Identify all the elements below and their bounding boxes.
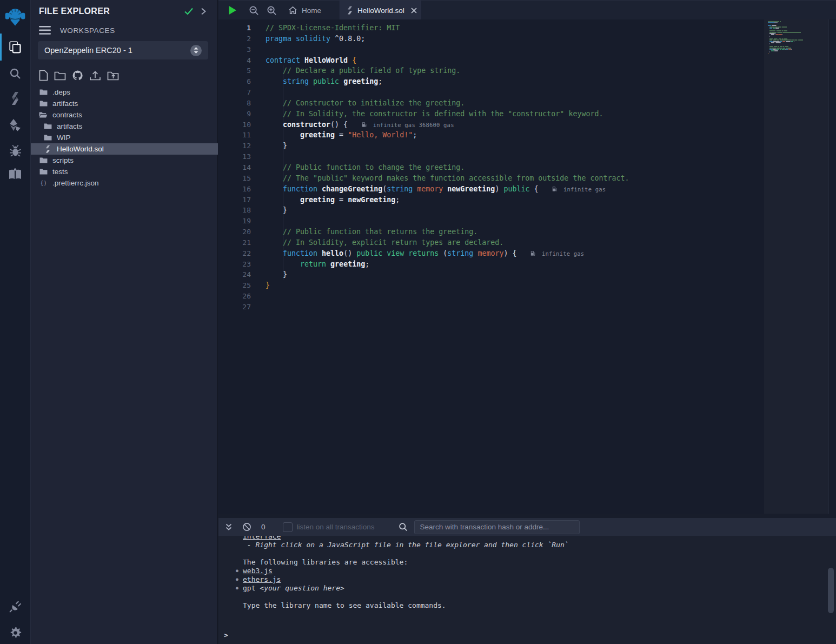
- code-line-15[interactable]: 15 // The "public" keyword makes the fun…: [218, 173, 765, 184]
- line-number: 3: [218, 44, 251, 55]
- code-line-22[interactable]: 22 function hello() public view returns …: [218, 248, 765, 259]
- code-line-8[interactable]: 8 // Constructor to initialize the greet…: [218, 98, 765, 109]
- upload-file-icon[interactable]: [89, 70, 101, 81]
- terminal-panel: 0 listen on all transactions interface -…: [218, 514, 836, 644]
- terminal-collapse-icon[interactable]: [225, 523, 233, 531]
- line-number: 26: [218, 291, 251, 302]
- tree-item-label: .prettierrc.json: [52, 179, 99, 187]
- new-file-icon[interactable]: [39, 70, 48, 81]
- code-line-6[interactable]: 6 string public greeting;: [218, 76, 765, 87]
- code-line-20[interactable]: 20 // Public function that returns the g…: [218, 227, 765, 237]
- check-icon[interactable]: [184, 7, 194, 16]
- code-editor[interactable]: 1// SPDX-License-Identifier: MIT2pragma …: [218, 19, 836, 514]
- tab-helloworld-sol[interactable]: HelloWorld.sol: [340, 1, 421, 20]
- tree-item-tests[interactable]: tests: [31, 166, 218, 177]
- sidebar-item-search[interactable]: [0, 64, 30, 83]
- terminal-line: ●gpt <your question here>: [243, 584, 836, 593]
- gas-estimate: infinite gas: [552, 186, 606, 192]
- code-line-9[interactable]: 9 // In Solidity, the constructor is def…: [218, 109, 765, 119]
- code-line-13[interactable]: 13: [218, 151, 765, 162]
- line-number: 12: [218, 141, 251, 151]
- main-area: Home HelloWorld.sol 1// SPDX-License-Ide…: [218, 0, 836, 644]
- code-line-3[interactable]: 3: [218, 44, 765, 55]
- code-line-25[interactable]: 25}: [218, 280, 765, 291]
- code-text: // Public function to change the greetin…: [266, 162, 465, 173]
- bullet-icon: ●: [236, 584, 238, 593]
- code-line-16[interactable]: 16 function changeGreeting(string memory…: [218, 184, 765, 195]
- code-line-11[interactable]: 11 greeting = "Hello, World!";: [218, 130, 765, 141]
- workspace-select[interactable]: OpenZeppelin ERC20 - 1: [38, 41, 208, 59]
- terminal-search-input[interactable]: [414, 520, 580, 534]
- code-line-19[interactable]: 19: [218, 216, 765, 227]
- code-text: return greeting;: [266, 259, 369, 270]
- sidebar-item-debugger[interactable]: [0, 142, 30, 160]
- github-icon[interactable]: [72, 70, 83, 81]
- tree-item-label: artifacts: [57, 122, 82, 130]
- sidebar-item-solidity-compiler[interactable]: [0, 89, 30, 108]
- solidity-icon: [43, 145, 52, 153]
- code-line-14[interactable]: 14 // Public function to change the gree…: [218, 162, 765, 173]
- terminal-link[interactable]: web3.js: [243, 567, 273, 575]
- code-line-2[interactable]: 2pragma solidity ^0.8.0;: [218, 34, 765, 44]
- tree-item-wip[interactable]: WIP: [31, 132, 218, 143]
- code-line-10[interactable]: 10 constructor() { infinite gas 368600 g…: [218, 119, 765, 130]
- tree-item-helloworld-sol[interactable]: HelloWorld.sol: [31, 143, 218, 155]
- upload-folder-icon[interactable]: [107, 70, 119, 81]
- close-tab-icon[interactable]: [411, 8, 417, 14]
- editor-scrollbar-track[interactable]: [828, 19, 836, 514]
- zoom-out-icon[interactable]: [249, 1, 259, 20]
- tab-home[interactable]: Home: [282, 1, 328, 20]
- code-line-4[interactable]: 4contract HelloWorld {: [218, 55, 765, 66]
- remix-logo[interactable]: [0, 4, 30, 29]
- code-line-23[interactable]: 23 return greeting;: [218, 259, 765, 270]
- tree-item-contracts[interactable]: contracts: [31, 109, 218, 121]
- sidebar-item-file-explorer[interactable]: [0, 34, 30, 61]
- listen-transactions-label[interactable]: listen on all transactions: [297, 523, 375, 531]
- workspaces-row: WORKSPACES: [39, 26, 115, 35]
- code-line-12[interactable]: 12 }: [218, 141, 765, 151]
- workspace-switch-icon[interactable]: [190, 45, 202, 56]
- sidebar-item-settings[interactable]: [0, 623, 30, 642]
- sidebar-item-deploy-run[interactable]: [0, 115, 30, 135]
- new-folder-icon[interactable]: [54, 70, 66, 81]
- code-line-24[interactable]: 24 }: [218, 269, 765, 280]
- code-line-1[interactable]: 1// SPDX-License-Identifier: MIT: [218, 23, 765, 34]
- code-line-21[interactable]: 21 // In Solidity, explicit return types…: [218, 237, 765, 248]
- tree-item-artifacts[interactable]: artifacts: [31, 121, 218, 132]
- line-number: 20: [218, 227, 251, 237]
- code-line-7[interactable]: 7: [218, 87, 765, 98]
- run-script-button[interactable]: [228, 1, 237, 20]
- tree-item--prettierrc-json[interactable]: {).prettierrc.json: [31, 177, 218, 189]
- tab-label: HelloWorld.sol: [357, 6, 404, 15]
- code-line-27[interactable]: 27: [218, 302, 765, 313]
- code-line-17[interactable]: 17 greeting = newGreeting;: [218, 195, 765, 205]
- terminal-clear-icon[interactable]: [242, 522, 251, 532]
- tree-item-artifacts[interactable]: artifacts: [31, 98, 218, 109]
- code-line-5[interactable]: 5 // Declare a public field of type stri…: [218, 65, 765, 76]
- terminal-resize-handle[interactable]: [218, 514, 836, 518]
- terminal-prompt[interactable]: >: [224, 631, 228, 639]
- terminal-link[interactable]: ethers.js: [243, 575, 281, 583]
- tree-item-label: artifacts: [52, 99, 78, 108]
- code-line-18[interactable]: 18 }: [218, 205, 765, 216]
- workspaces-menu-icon[interactable]: [39, 26, 51, 35]
- code-text: }: [266, 205, 287, 216]
- sidebar-item-learneth[interactable]: [0, 164, 30, 184]
- terminal-link[interactable]: interface: [243, 536, 281, 540]
- tree-item-label: .deps: [52, 88, 70, 96]
- zoom-in-icon[interactable]: [267, 1, 277, 20]
- code-line-26[interactable]: 26: [218, 291, 765, 302]
- terminal-output[interactable]: interface - Right click on a JavaScript …: [218, 536, 836, 644]
- tree-item-scripts[interactable]: scripts: [31, 155, 218, 166]
- file-explorer-icon: [8, 40, 22, 54]
- editor-minimap[interactable]: [764, 19, 828, 514]
- code-text: }: [266, 269, 287, 280]
- line-number: 8: [218, 98, 251, 109]
- listen-transactions-checkbox[interactable]: [283, 522, 293, 532]
- chevron-right-icon[interactable]: [200, 7, 207, 16]
- icon-rail: [0, 0, 31, 644]
- tree-item--deps[interactable]: .deps: [31, 87, 218, 98]
- terminal-scrollbar-thumb[interactable]: [828, 568, 834, 613]
- json-icon: {): [39, 180, 48, 187]
- sidebar-item-plugin-manager[interactable]: [0, 596, 30, 616]
